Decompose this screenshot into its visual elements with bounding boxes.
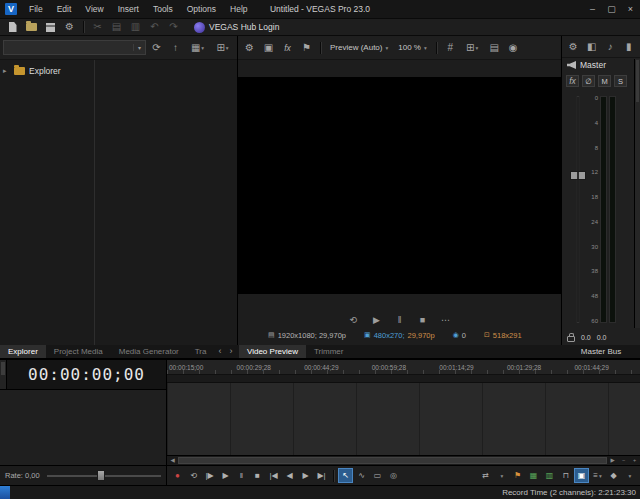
copy-button[interactable]: ▤ <box>108 20 125 35</box>
media-options-dropdown-button[interactable]: ⊞▾ <box>211 40 234 55</box>
tab-project-media[interactable]: Project Media <box>46 345 111 358</box>
new-project-button[interactable] <box>4 20 21 35</box>
rate-slider-handle[interactable] <box>97 470 105 481</box>
stop-button[interactable]: ■ <box>250 468 265 483</box>
script-flag-button[interactable]: ⚑ <box>298 40 315 55</box>
scroll-right-button[interactable]: ▶ <box>607 456 618 465</box>
views-dropdown-button[interactable]: ▦▾ <box>186 40 209 55</box>
menu-item[interactable]: Options <box>180 0 223 18</box>
loop-playback-button[interactable]: ⟲ <box>186 468 201 483</box>
next-frame-button[interactable]: ▶ <box>298 468 313 483</box>
tab-master-bus[interactable]: Master Bus <box>573 345 629 358</box>
master-fader[interactable] <box>569 93 587 326</box>
normal-edit-tool-button[interactable]: ↖ <box>338 468 353 483</box>
explorer-tree-pane[interactable]: ▸ Explorer <box>0 60 95 345</box>
tab-explorer[interactable]: Explorer <box>0 345 46 358</box>
paste-button[interactable]: ▥ <box>127 20 144 35</box>
keyframe-button[interactable]: ◆ <box>606 468 621 483</box>
tab-scroll-left-button[interactable]: ‹ <box>214 345 225 358</box>
record-button[interactable]: ● <box>170 468 185 483</box>
lock-fader-icon[interactable] <box>567 336 575 342</box>
preview-loop-button[interactable]: ⟲ <box>345 313 362 328</box>
preview-quality-dropdown[interactable]: Preview (Auto) ▾ <box>326 43 392 52</box>
scrollbar-thumb[interactable] <box>178 457 607 464</box>
vegas-hub-login-button[interactable]: VEGAS Hub Login <box>194 22 279 33</box>
external-monitor-button[interactable]: ▣ <box>260 40 277 55</box>
copy-frame-button[interactable]: ▤ <box>486 40 503 55</box>
enable-snapping-button[interactable]: ▣ <box>574 468 589 483</box>
envelope-edit-tool-button[interactable]: ∿ <box>354 468 369 483</box>
tool-dropdown-button[interactable]: ▾ <box>494 468 509 483</box>
solo-button[interactable]: S <box>614 75 627 87</box>
preview-zoom-dropdown[interactable]: 100 % ▾ <box>394 43 430 52</box>
timecode-display[interactable]: 00:00:00;00 <box>7 360 166 389</box>
track-canvas[interactable] <box>167 383 640 455</box>
fader-handle[interactable] <box>570 171 586 180</box>
play-button[interactable]: ▶ <box>218 468 233 483</box>
master-scrollbar[interactable] <box>634 59 640 328</box>
tab-video-preview[interactable]: Video Preview <box>239 345 306 358</box>
open-project-button[interactable] <box>23 20 40 35</box>
close-button[interactable]: × <box>621 0 640 18</box>
insert-bus-button[interactable]: ◧ <box>585 39 600 54</box>
address-combobox[interactable]: ▾ <box>3 40 146 55</box>
menu-item[interactable]: View <box>78 0 110 18</box>
tab-media-generator[interactable]: Media Generator <box>111 345 187 358</box>
tab-transitions[interactable]: Tra <box>187 345 215 358</box>
preview-settings-button[interactable]: ⚙ <box>241 40 258 55</box>
scrollbar-thumb[interactable] <box>1 362 5 375</box>
scroll-left-button[interactable]: ◀ <box>167 456 178 465</box>
menu-item[interactable]: Tools <box>146 0 180 18</box>
tab-trimmer[interactable]: Trimmer <box>306 345 351 358</box>
minimize-button[interactable]: – <box>583 0 602 18</box>
list-options-button[interactable]: ≡▾ <box>590 468 605 483</box>
overlay-options-button[interactable]: ⊞▾ <box>461 40 484 55</box>
timeline-horizontal-scrollbar[interactable]: ◀ ▶ − + <box>167 455 640 465</box>
cut-button[interactable]: ✂ <box>89 20 106 35</box>
tab-scroll-right-button[interactable]: › <box>225 345 236 358</box>
video-preview-canvas[interactable] <box>238 77 561 294</box>
preview-stop-button[interactable]: ■ <box>414 313 431 328</box>
previous-frame-button[interactable]: ◀ <box>282 468 297 483</box>
video-output-fx-button[interactable]: fx <box>279 40 296 55</box>
timeline-ruler[interactable]: 00:00:15;0000:00:29;2800:00:44;2900:00:5… <box>167 360 640 375</box>
maximize-button[interactable]: ▢ <box>602 0 621 18</box>
swap-tool-button[interactable]: ⇄ <box>478 468 493 483</box>
zoom-in-button[interactable]: + <box>629 456 640 465</box>
refresh-button[interactable]: ⟳ <box>148 40 165 55</box>
save-snapshot-button[interactable]: ◉ <box>505 40 522 55</box>
preview-pause-button[interactable]: ‖ <box>391 313 408 328</box>
menu-item[interactable]: Edit <box>50 0 79 18</box>
redo-button[interactable]: ↷ <box>165 20 182 35</box>
track-header-area[interactable] <box>0 390 166 465</box>
pause-button[interactable]: ‖ <box>234 468 249 483</box>
menu-item[interactable]: Insert <box>111 0 146 18</box>
audio-device-button[interactable]: ♪ <box>603 39 618 54</box>
mute-button[interactable]: M <box>598 75 611 87</box>
tree-item-explorer-root[interactable]: ▸ Explorer <box>0 64 94 78</box>
meter-options-button[interactable]: ▮ <box>622 39 637 54</box>
insert-marker-button[interactable]: ⚑ <box>510 468 525 483</box>
snap-toggle-button[interactable]: ⊓ <box>558 468 573 483</box>
project-properties-button[interactable]: ⚙ <box>61 20 78 35</box>
save-project-button[interactable] <box>42 20 59 35</box>
explorer-file-list-pane[interactable] <box>95 60 237 345</box>
marker-lane[interactable] <box>167 375 640 383</box>
play-from-start-button[interactable]: |▶ <box>202 468 217 483</box>
undo-button[interactable]: ↶ <box>146 20 163 35</box>
zoom-out-button[interactable]: − <box>618 456 629 465</box>
rate-slider[interactable] <box>47 475 161 477</box>
up-level-button[interactable]: ↑ <box>167 40 184 55</box>
menu-item[interactable]: File <box>22 0 50 18</box>
scrollbar-thumb[interactable] <box>636 60 639 102</box>
go-to-start-button[interactable]: |◀ <box>266 468 281 483</box>
tree-expand-icon[interactable]: ▸ <box>3 67 10 75</box>
phase-invert-button[interactable]: ∅ <box>582 75 595 87</box>
preview-play-button[interactable]: ▶ <box>368 313 385 328</box>
lock-envelopes-button[interactable]: ▥ <box>542 468 557 483</box>
zoom-edit-tool-button[interactable]: ◎ <box>386 468 401 483</box>
grid-overlay-button[interactable]: # <box>442 40 459 55</box>
master-fx-button[interactable]: fx <box>566 75 579 87</box>
preview-more-button[interactable]: ⋯ <box>437 313 454 328</box>
go-to-end-button[interactable]: ▶| <box>314 468 329 483</box>
